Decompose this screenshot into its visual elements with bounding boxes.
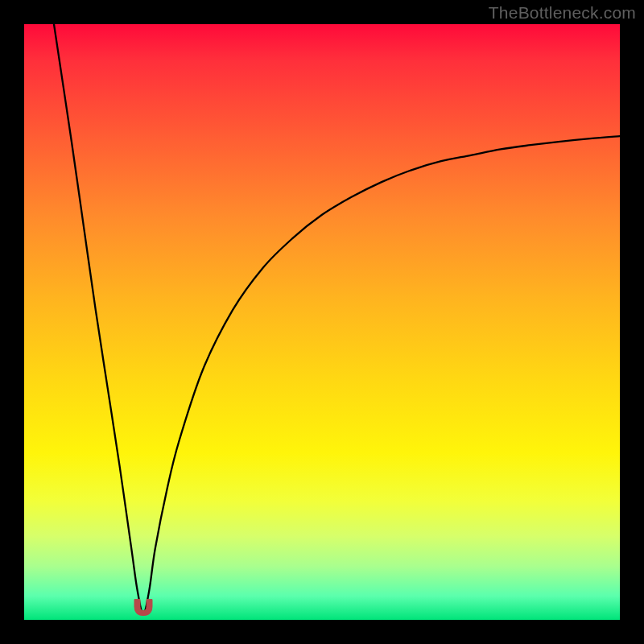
optimal-marker-icon xyxy=(134,600,152,616)
gradient-plot-area xyxy=(24,24,620,620)
chart-frame: TheBottleneck.com xyxy=(0,0,644,644)
curve-layer xyxy=(24,24,620,620)
watermark-text: TheBottleneck.com xyxy=(489,3,636,23)
bottleneck-curve xyxy=(54,24,620,614)
